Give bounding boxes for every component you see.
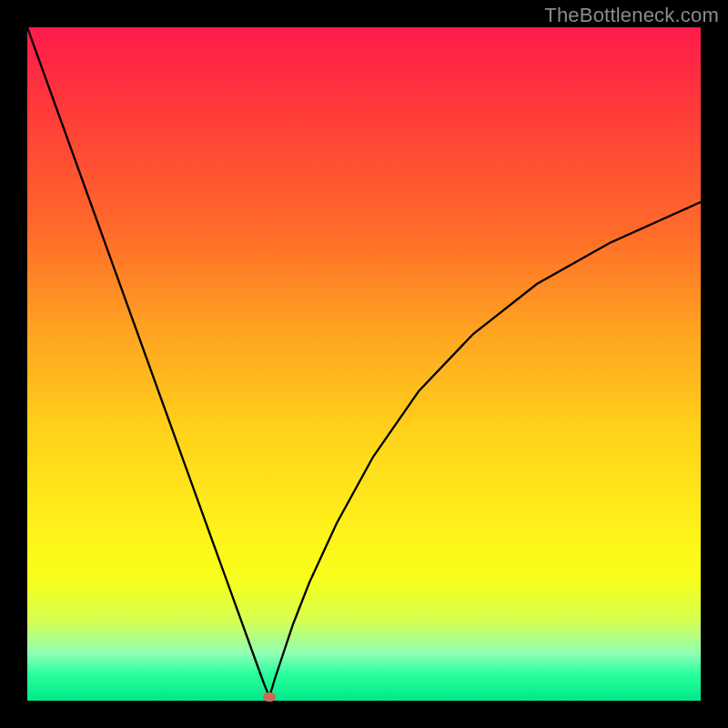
plot-area [27, 27, 701, 701]
watermark-text: TheBottleneck.com [544, 4, 719, 27]
bottleneck-curve [27, 27, 701, 701]
chart-frame: TheBottleneck.com [0, 0, 728, 728]
optimal-marker [263, 693, 276, 702]
curve-path [27, 27, 701, 697]
